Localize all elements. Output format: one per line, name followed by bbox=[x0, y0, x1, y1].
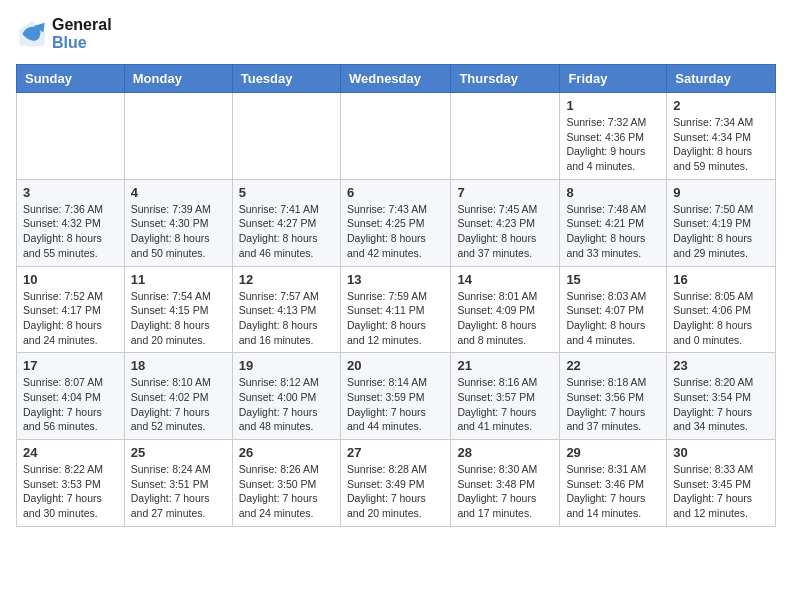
day-info: Sunrise: 8:22 AM Sunset: 3:53 PM Dayligh… bbox=[23, 462, 118, 521]
day-number: 25 bbox=[131, 445, 226, 460]
day-info: Sunrise: 8:18 AM Sunset: 3:56 PM Dayligh… bbox=[566, 375, 660, 434]
day-info: Sunrise: 7:59 AM Sunset: 4:11 PM Dayligh… bbox=[347, 289, 444, 348]
calendar-empty-cell bbox=[232, 93, 340, 180]
calendar-day-3: 3Sunrise: 7:36 AM Sunset: 4:32 PM Daylig… bbox=[17, 179, 125, 266]
calendar-empty-cell bbox=[124, 93, 232, 180]
day-number: 10 bbox=[23, 272, 118, 287]
calendar-week-row: 3Sunrise: 7:36 AM Sunset: 4:32 PM Daylig… bbox=[17, 179, 776, 266]
logo-text: General Blue bbox=[52, 16, 112, 52]
calendar-day-22: 22Sunrise: 8:18 AM Sunset: 3:56 PM Dayli… bbox=[560, 353, 667, 440]
calendar-day-17: 17Sunrise: 8:07 AM Sunset: 4:04 PM Dayli… bbox=[17, 353, 125, 440]
day-number: 30 bbox=[673, 445, 769, 460]
calendar-table: SundayMondayTuesdayWednesdayThursdayFrid… bbox=[16, 64, 776, 527]
day-number: 26 bbox=[239, 445, 334, 460]
weekday-header-thursday: Thursday bbox=[451, 65, 560, 93]
calendar-day-5: 5Sunrise: 7:41 AM Sunset: 4:27 PM Daylig… bbox=[232, 179, 340, 266]
weekday-header-monday: Monday bbox=[124, 65, 232, 93]
day-info: Sunrise: 8:14 AM Sunset: 3:59 PM Dayligh… bbox=[347, 375, 444, 434]
day-info: Sunrise: 8:28 AM Sunset: 3:49 PM Dayligh… bbox=[347, 462, 444, 521]
day-info: Sunrise: 8:01 AM Sunset: 4:09 PM Dayligh… bbox=[457, 289, 553, 348]
calendar-day-18: 18Sunrise: 8:10 AM Sunset: 4:02 PM Dayli… bbox=[124, 353, 232, 440]
calendar-day-2: 2Sunrise: 7:34 AM Sunset: 4:34 PM Daylig… bbox=[667, 93, 776, 180]
day-number: 22 bbox=[566, 358, 660, 373]
calendar-day-6: 6Sunrise: 7:43 AM Sunset: 4:25 PM Daylig… bbox=[340, 179, 450, 266]
weekday-header-tuesday: Tuesday bbox=[232, 65, 340, 93]
day-number: 28 bbox=[457, 445, 553, 460]
day-info: Sunrise: 8:07 AM Sunset: 4:04 PM Dayligh… bbox=[23, 375, 118, 434]
calendar-day-7: 7Sunrise: 7:45 AM Sunset: 4:23 PM Daylig… bbox=[451, 179, 560, 266]
day-number: 1 bbox=[566, 98, 660, 113]
day-number: 29 bbox=[566, 445, 660, 460]
day-info: Sunrise: 7:54 AM Sunset: 4:15 PM Dayligh… bbox=[131, 289, 226, 348]
calendar-day-12: 12Sunrise: 7:57 AM Sunset: 4:13 PM Dayli… bbox=[232, 266, 340, 353]
calendar-week-row: 1Sunrise: 7:32 AM Sunset: 4:36 PM Daylig… bbox=[17, 93, 776, 180]
calendar-day-23: 23Sunrise: 8:20 AM Sunset: 3:54 PM Dayli… bbox=[667, 353, 776, 440]
day-info: Sunrise: 7:39 AM Sunset: 4:30 PM Dayligh… bbox=[131, 202, 226, 261]
day-info: Sunrise: 8:10 AM Sunset: 4:02 PM Dayligh… bbox=[131, 375, 226, 434]
day-info: Sunrise: 8:03 AM Sunset: 4:07 PM Dayligh… bbox=[566, 289, 660, 348]
weekday-header-sunday: Sunday bbox=[17, 65, 125, 93]
logo-icon bbox=[16, 18, 48, 50]
weekday-header-wednesday: Wednesday bbox=[340, 65, 450, 93]
day-number: 14 bbox=[457, 272, 553, 287]
day-info: Sunrise: 8:24 AM Sunset: 3:51 PM Dayligh… bbox=[131, 462, 226, 521]
day-info: Sunrise: 7:52 AM Sunset: 4:17 PM Dayligh… bbox=[23, 289, 118, 348]
day-number: 4 bbox=[131, 185, 226, 200]
calendar-day-13: 13Sunrise: 7:59 AM Sunset: 4:11 PM Dayli… bbox=[340, 266, 450, 353]
calendar-empty-cell bbox=[17, 93, 125, 180]
day-info: Sunrise: 8:12 AM Sunset: 4:00 PM Dayligh… bbox=[239, 375, 334, 434]
day-number: 13 bbox=[347, 272, 444, 287]
calendar-day-24: 24Sunrise: 8:22 AM Sunset: 3:53 PM Dayli… bbox=[17, 440, 125, 527]
calendar-day-8: 8Sunrise: 7:48 AM Sunset: 4:21 PM Daylig… bbox=[560, 179, 667, 266]
day-number: 27 bbox=[347, 445, 444, 460]
day-number: 15 bbox=[566, 272, 660, 287]
calendar-week-row: 10Sunrise: 7:52 AM Sunset: 4:17 PM Dayli… bbox=[17, 266, 776, 353]
day-number: 5 bbox=[239, 185, 334, 200]
day-info: Sunrise: 7:36 AM Sunset: 4:32 PM Dayligh… bbox=[23, 202, 118, 261]
day-number: 24 bbox=[23, 445, 118, 460]
calendar-day-14: 14Sunrise: 8:01 AM Sunset: 4:09 PM Dayli… bbox=[451, 266, 560, 353]
day-info: Sunrise: 8:30 AM Sunset: 3:48 PM Dayligh… bbox=[457, 462, 553, 521]
logo: General Blue bbox=[16, 16, 112, 52]
calendar-day-29: 29Sunrise: 8:31 AM Sunset: 3:46 PM Dayli… bbox=[560, 440, 667, 527]
day-number: 11 bbox=[131, 272, 226, 287]
day-info: Sunrise: 8:31 AM Sunset: 3:46 PM Dayligh… bbox=[566, 462, 660, 521]
day-info: Sunrise: 8:05 AM Sunset: 4:06 PM Dayligh… bbox=[673, 289, 769, 348]
calendar-day-26: 26Sunrise: 8:26 AM Sunset: 3:50 PM Dayli… bbox=[232, 440, 340, 527]
calendar-day-4: 4Sunrise: 7:39 AM Sunset: 4:30 PM Daylig… bbox=[124, 179, 232, 266]
calendar-week-row: 17Sunrise: 8:07 AM Sunset: 4:04 PM Dayli… bbox=[17, 353, 776, 440]
calendar-day-27: 27Sunrise: 8:28 AM Sunset: 3:49 PM Dayli… bbox=[340, 440, 450, 527]
weekday-header-friday: Friday bbox=[560, 65, 667, 93]
calendar-day-20: 20Sunrise: 8:14 AM Sunset: 3:59 PM Dayli… bbox=[340, 353, 450, 440]
day-number: 7 bbox=[457, 185, 553, 200]
day-number: 2 bbox=[673, 98, 769, 113]
calendar-day-9: 9Sunrise: 7:50 AM Sunset: 4:19 PM Daylig… bbox=[667, 179, 776, 266]
day-number: 16 bbox=[673, 272, 769, 287]
day-info: Sunrise: 8:20 AM Sunset: 3:54 PM Dayligh… bbox=[673, 375, 769, 434]
day-info: Sunrise: 7:43 AM Sunset: 4:25 PM Dayligh… bbox=[347, 202, 444, 261]
calendar-day-25: 25Sunrise: 8:24 AM Sunset: 3:51 PM Dayli… bbox=[124, 440, 232, 527]
day-info: Sunrise: 7:34 AM Sunset: 4:34 PM Dayligh… bbox=[673, 115, 769, 174]
day-info: Sunrise: 7:50 AM Sunset: 4:19 PM Dayligh… bbox=[673, 202, 769, 261]
calendar-header-row: SundayMondayTuesdayWednesdayThursdayFrid… bbox=[17, 65, 776, 93]
calendar-empty-cell bbox=[340, 93, 450, 180]
day-info: Sunrise: 7:41 AM Sunset: 4:27 PM Dayligh… bbox=[239, 202, 334, 261]
calendar-day-28: 28Sunrise: 8:30 AM Sunset: 3:48 PM Dayli… bbox=[451, 440, 560, 527]
day-info: Sunrise: 7:45 AM Sunset: 4:23 PM Dayligh… bbox=[457, 202, 553, 261]
day-number: 9 bbox=[673, 185, 769, 200]
weekday-header-saturday: Saturday bbox=[667, 65, 776, 93]
calendar-week-row: 24Sunrise: 8:22 AM Sunset: 3:53 PM Dayli… bbox=[17, 440, 776, 527]
calendar-day-1: 1Sunrise: 7:32 AM Sunset: 4:36 PM Daylig… bbox=[560, 93, 667, 180]
calendar-day-30: 30Sunrise: 8:33 AM Sunset: 3:45 PM Dayli… bbox=[667, 440, 776, 527]
day-number: 12 bbox=[239, 272, 334, 287]
day-info: Sunrise: 7:48 AM Sunset: 4:21 PM Dayligh… bbox=[566, 202, 660, 261]
day-number: 17 bbox=[23, 358, 118, 373]
day-number: 8 bbox=[566, 185, 660, 200]
day-info: Sunrise: 7:32 AM Sunset: 4:36 PM Dayligh… bbox=[566, 115, 660, 174]
calendar-day-16: 16Sunrise: 8:05 AM Sunset: 4:06 PM Dayli… bbox=[667, 266, 776, 353]
day-info: Sunrise: 7:57 AM Sunset: 4:13 PM Dayligh… bbox=[239, 289, 334, 348]
day-number: 20 bbox=[347, 358, 444, 373]
day-number: 6 bbox=[347, 185, 444, 200]
calendar-empty-cell bbox=[451, 93, 560, 180]
day-number: 18 bbox=[131, 358, 226, 373]
